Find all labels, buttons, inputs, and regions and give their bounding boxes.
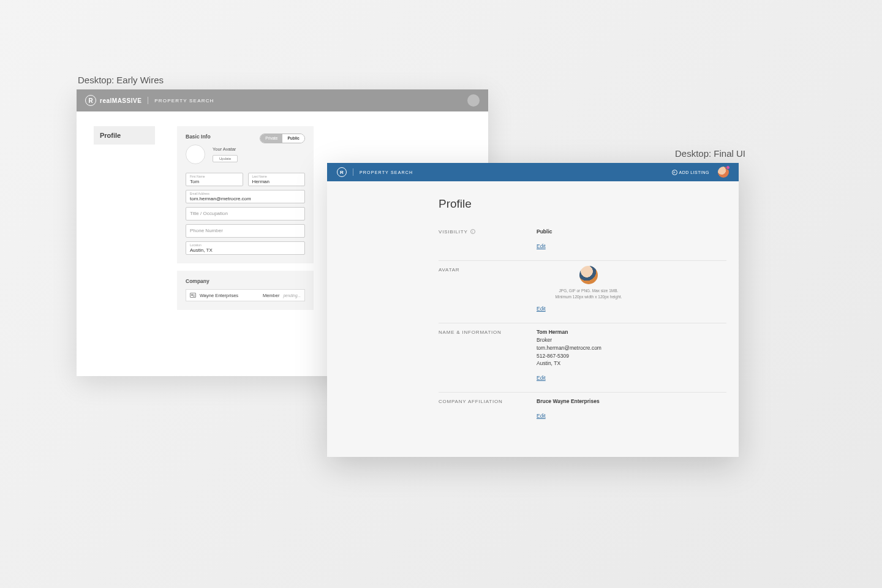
brand-suffix: Massive: [112, 97, 142, 104]
email-input[interactable]: Email Address tom.herman@metrocre.com: [186, 190, 305, 203]
avatar-circle-icon: [186, 145, 205, 164]
final-body: Profile VISIBILITY i Public Edit AVATAR …: [327, 181, 739, 430]
avatar-edit-link[interactable]: Edit: [537, 306, 546, 312]
basic-info-card: Private Public Basic Info Your Avatar Up…: [177, 126, 314, 263]
visibility-label-text: VISIBILITY: [439, 229, 468, 235]
avatar-label: Your Avatar: [213, 146, 238, 152]
last-name-value: Herman: [252, 179, 270, 184]
info-phone: 512-867-5309: [537, 352, 726, 360]
sidebar-tab-profile[interactable]: Profile: [94, 126, 155, 145]
info-label: NAME & INFORMATION: [439, 328, 537, 381]
caption-final: Desktop: Final UI: [675, 148, 745, 159]
company-value: Bruce Wayne Enterprises: [537, 398, 726, 405]
first-name-label: First Name: [190, 175, 205, 178]
page-title: Profile: [439, 197, 739, 211]
user-avatar[interactable]: [718, 167, 729, 178]
avatar-placeholder-icon[interactable]: [467, 94, 480, 107]
info-label-text: NAME & INFORMATION: [439, 330, 502, 335]
company-label: COMPANY AFFILIATION: [439, 398, 537, 419]
add-listing-button[interactable]: + ADD LISTING: [672, 170, 709, 175]
email-label: Email Address: [190, 192, 209, 195]
company-card: Company Wayne Enterprises Member pending…: [177, 271, 314, 310]
section-info: NAME & INFORMATION Tom Herman Broker tom…: [439, 323, 726, 393]
brand-prefix: Real: [100, 97, 112, 104]
company-name: Wayne Enterprises: [200, 293, 238, 298]
toggle-public[interactable]: Public: [282, 134, 304, 143]
location-value: Austin, TX: [190, 247, 213, 253]
logo-icon: R: [337, 167, 347, 177]
location-label: Location: [190, 243, 202, 247]
avatar-label: AVATAR: [439, 266, 537, 312]
update-avatar-button[interactable]: Update: [213, 155, 238, 162]
wireframe-main: Private Public Basic Info Your Avatar Up…: [177, 126, 314, 310]
info-role: Broker: [537, 336, 726, 344]
visibility-edit-link[interactable]: Edit: [537, 243, 546, 249]
company-role: Member: [263, 293, 280, 298]
info-location: Austin, TX: [537, 360, 726, 368]
header-subtitle: PROPERTY SEARCH: [154, 98, 214, 104]
info-icon[interactable]: i: [470, 229, 475, 234]
section-visibility: VISIBILITY i Public Edit: [439, 223, 726, 261]
final-header: R PROPERTY SEARCH + ADD LISTING: [327, 163, 739, 181]
avatar-block: JPG, GIF or PNG. Max size 1MB. Minimum 1…: [537, 266, 641, 300]
title-input[interactable]: Title / Occupation: [186, 207, 305, 221]
info-name: Tom Herman: [537, 328, 726, 336]
wireframe-sidebar: Profile: [94, 126, 155, 310]
caption-wires: Desktop: Early Wires: [78, 75, 164, 85]
avatar-image: [579, 266, 598, 284]
location-input[interactable]: Location Austin, TX: [186, 241, 305, 255]
header-divider: [353, 168, 353, 176]
avatar-hint-2: Minimum 120px width x 120px height.: [556, 294, 622, 300]
header-divider: [148, 97, 148, 104]
last-name-label: Last Name: [252, 175, 267, 178]
email-value: tom.herman@metrocre.com: [190, 196, 251, 202]
toggle-private[interactable]: Private: [260, 134, 282, 143]
first-name-value: Tom: [190, 179, 199, 184]
section-avatar: AVATAR JPG, GIF or PNG. Max size 1MB. Mi…: [439, 261, 726, 324]
phone-input[interactable]: Phone Number: [186, 224, 305, 238]
visibility-value: Public: [537, 228, 726, 236]
wireframe-header: R RealMassive PROPERTY SEARCH: [77, 89, 488, 111]
header-subtitle: PROPERTY SEARCH: [360, 170, 413, 175]
id-card-icon: [190, 293, 196, 298]
add-listing-label: ADD LISTING: [679, 170, 709, 175]
company-status: pending...: [283, 293, 301, 298]
brand-text: RealMassive: [100, 97, 141, 104]
final-window: R PROPERTY SEARCH + ADD LISTING Profile …: [327, 163, 739, 457]
first-name-input[interactable]: First Name Tom: [186, 173, 243, 186]
avatar-label-text: AVATAR: [439, 267, 459, 273]
title-placeholder: Title / Occupation: [190, 211, 228, 216]
visibility-label: VISIBILITY i: [439, 228, 537, 249]
avatar-hint-1: JPG, GIF or PNG. Max size 1MB.: [559, 288, 619, 294]
company-row[interactable]: Wayne Enterprises Member pending...: [186, 289, 305, 301]
section-company: COMPANY AFFILIATION Bruce Wayne Enterpri…: [439, 393, 726, 430]
company-edit-link[interactable]: Edit: [537, 413, 546, 419]
info-edit-link[interactable]: Edit: [537, 375, 546, 381]
company-title: Company: [186, 278, 305, 284]
notification-dot-icon: [726, 165, 730, 170]
company-label-text: COMPANY AFFILIATION: [439, 399, 503, 404]
avatar-row: Your Avatar Update: [186, 145, 305, 164]
info-email: tom.herman@metrocre.com: [537, 344, 726, 352]
visibility-toggle[interactable]: Private Public: [260, 134, 305, 143]
plus-circle-icon: +: [672, 170, 677, 175]
phone-placeholder: Phone Number: [190, 228, 223, 233]
logo-icon: R: [85, 95, 96, 106]
last-name-input[interactable]: Last Name Herman: [248, 173, 306, 186]
